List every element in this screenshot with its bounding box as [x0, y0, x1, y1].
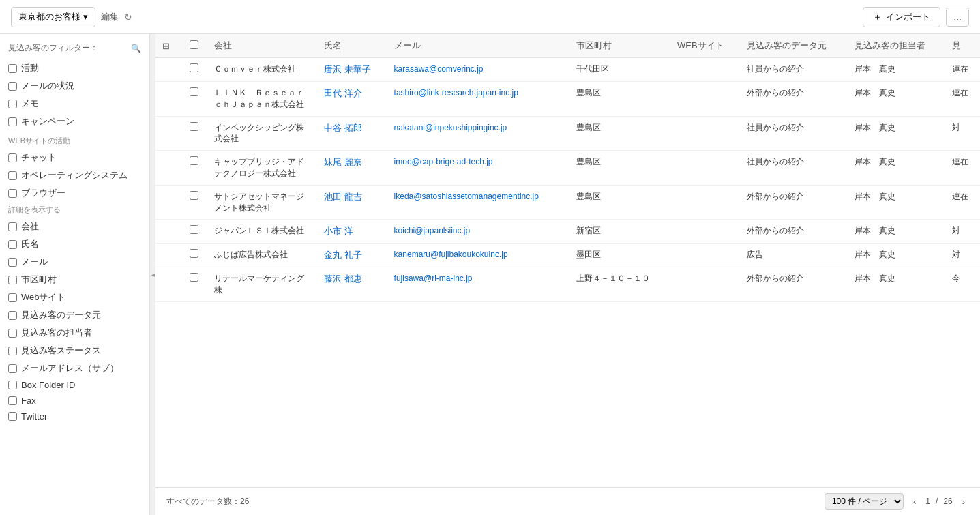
row-email-7[interactable]: fujisawa@ri-ma-inc.jp: [387, 267, 570, 302]
row-name-1[interactable]: 田代 洋介: [317, 82, 387, 117]
row-select-checkbox-1[interactable]: [190, 87, 198, 96]
filter-website-checkbox[interactable]: [8, 293, 17, 302]
filter-twitter-checkbox[interactable]: [8, 412, 17, 421]
col-city[interactable]: 市区町村: [569, 34, 670, 58]
row-name-0[interactable]: 唐沢 未華子: [317, 58, 387, 82]
row-name-6[interactable]: 金丸 礼子: [317, 244, 387, 267]
row-select-checkbox-6[interactable]: [190, 249, 198, 258]
filter-activity-checkbox[interactable]: [8, 64, 17, 73]
col-checkbox[interactable]: [183, 34, 207, 58]
col-website[interactable]: WEBサイト: [670, 34, 740, 58]
row-name-link-6[interactable]: 金丸 礼子: [324, 250, 362, 260]
filter-email-status[interactable]: メールの状況: [0, 77, 149, 95]
row-name-2[interactable]: 中谷 拓郎: [317, 116, 387, 151]
filter-sub-email[interactable]: メールアドレス（サブ）: [0, 359, 149, 377]
row-checkbox-2[interactable]: [183, 116, 207, 151]
row-expand-2[interactable]: [155, 116, 183, 151]
row-name-link-0[interactable]: 唐沢 未華子: [324, 64, 371, 74]
col-expand[interactable]: ⊞: [155, 34, 183, 58]
row-name-link-7[interactable]: 藤沢 都恵: [324, 274, 362, 284]
filter-sub-email-checkbox[interactable]: [8, 364, 17, 373]
filter-fax-checkbox[interactable]: [8, 396, 17, 405]
filter-email-checkbox[interactable]: [8, 258, 17, 267]
filter-os[interactable]: オペレーティングシステム: [0, 166, 149, 184]
row-name-3[interactable]: 妹尾 麗奈: [317, 151, 387, 186]
row-expand-1[interactable]: [155, 82, 183, 117]
row-email-link-1[interactable]: tashiro@link-research-japan-inc.jp: [394, 88, 518, 98]
row-name-link-3[interactable]: 妹尾 麗奈: [324, 157, 362, 167]
more-button[interactable]: ...: [946, 8, 969, 27]
filter-city[interactable]: 市区町村: [0, 271, 149, 289]
row-email-link-5[interactable]: koichi@japanlsiinc.jp: [394, 226, 471, 235]
row-select-checkbox-2[interactable]: [190, 122, 198, 131]
row-select-checkbox-4[interactable]: [190, 191, 198, 200]
row-expand-5[interactable]: [155, 220, 183, 244]
import-button[interactable]: ＋ インポート: [863, 7, 940, 27]
filter-source-checkbox[interactable]: [8, 311, 17, 320]
row-expand-3[interactable]: [155, 151, 183, 186]
filter-memo[interactable]: メモ: [0, 95, 149, 113]
filter-company[interactable]: 会社: [0, 218, 149, 235]
row-name-4[interactable]: 池田 龍吉: [317, 185, 387, 220]
row-email-link-2[interactable]: nakatani@inpekushippinginc.jp: [394, 123, 507, 132]
row-checkbox-6[interactable]: [183, 244, 207, 267]
row-email-6[interactable]: kanemaru@fujibakoukokuinc.jp: [387, 244, 570, 267]
filter-lead-status-checkbox[interactable]: [8, 347, 17, 355]
row-expand-6[interactable]: [155, 244, 183, 267]
expand-icon[interactable]: ⊞: [162, 41, 170, 51]
filter-email[interactable]: メール: [0, 253, 149, 271]
sidebar-toggle[interactable]: ◂: [150, 34, 155, 515]
row-select-checkbox-0[interactable]: [190, 63, 198, 72]
filter-chat-checkbox[interactable]: [8, 153, 17, 162]
prev-page-button[interactable]: ‹: [909, 495, 920, 508]
filter-twitter[interactable]: Twitter: [0, 409, 149, 424]
filter-memo-checkbox[interactable]: [8, 100, 17, 108]
row-select-checkbox-3[interactable]: [190, 156, 198, 165]
search-icon[interactable]: 🔍: [131, 44, 141, 53]
row-name-link-2[interactable]: 中谷 拓郎: [324, 123, 362, 133]
filter-lead-status[interactable]: 見込み客ステータス: [0, 342, 149, 359]
filter-browser[interactable]: ブラウザー: [0, 184, 149, 202]
filter-company-checkbox[interactable]: [8, 222, 17, 231]
col-email[interactable]: メール: [387, 34, 570, 58]
next-page-button[interactable]: ›: [958, 495, 969, 508]
row-select-checkbox-7[interactable]: [190, 273, 198, 282]
row-checkbox-7[interactable]: [183, 267, 207, 302]
row-expand-0[interactable]: [155, 58, 183, 82]
filter-box-folder[interactable]: Box Folder ID: [0, 377, 149, 393]
row-email-0[interactable]: karasawa@comverinc.jp: [387, 58, 570, 82]
filter-box-folder-checkbox[interactable]: [8, 381, 17, 389]
row-checkbox-5[interactable]: [183, 220, 207, 244]
page-size-select[interactable]: 100 件 / ページ 50 件 / ページ 200 件 / ページ: [825, 493, 904, 510]
filter-campaign[interactable]: キャンペーン: [0, 113, 149, 130]
row-expand-7[interactable]: [155, 267, 183, 302]
row-expand-4[interactable]: [155, 185, 183, 220]
filter-chat[interactable]: チャット: [0, 149, 149, 166]
row-email-3[interactable]: imoo@cap-brige-ad-tech.jp: [387, 151, 570, 186]
filter-name[interactable]: 氏名: [0, 235, 149, 253]
row-email-link-6[interactable]: kanemaru@fujibakoukokuinc.jp: [394, 250, 508, 259]
row-email-link-0[interactable]: karasawa@comverinc.jp: [394, 64, 484, 74]
row-name-link-1[interactable]: 田代 洋介: [324, 88, 362, 98]
filter-fax[interactable]: Fax: [0, 393, 149, 409]
filter-activity[interactable]: 活動: [0, 59, 149, 77]
filter-os-checkbox[interactable]: [8, 171, 17, 180]
row-checkbox-0[interactable]: [183, 58, 207, 82]
select-all-checkbox[interactable]: [190, 40, 198, 49]
refresh-icon[interactable]: ↻: [124, 12, 132, 23]
col-status[interactable]: 見: [945, 34, 980, 58]
row-checkbox-3[interactable]: [183, 151, 207, 186]
filter-source[interactable]: 見込み客のデータ元: [0, 306, 149, 324]
filter-website[interactable]: Webサイト: [0, 289, 149, 306]
edit-button[interactable]: 編集: [101, 11, 119, 23]
col-company[interactable]: 会社: [207, 34, 317, 58]
filter-email-status-checkbox[interactable]: [8, 82, 17, 91]
segment-button[interactable]: 東京都のお客様 ▾: [11, 7, 95, 27]
row-email-1[interactable]: tashiro@link-research-japan-inc.jp: [387, 82, 570, 117]
filter-city-checkbox[interactable]: [8, 276, 17, 284]
filter-browser-checkbox[interactable]: [8, 189, 17, 198]
filter-campaign-checkbox[interactable]: [8, 117, 17, 126]
row-email-link-3[interactable]: imoo@cap-brige-ad-tech.jp: [394, 157, 493, 166]
filter-name-checkbox[interactable]: [8, 240, 17, 249]
filter-assignee[interactable]: 見込み客の担当者: [0, 324, 149, 342]
